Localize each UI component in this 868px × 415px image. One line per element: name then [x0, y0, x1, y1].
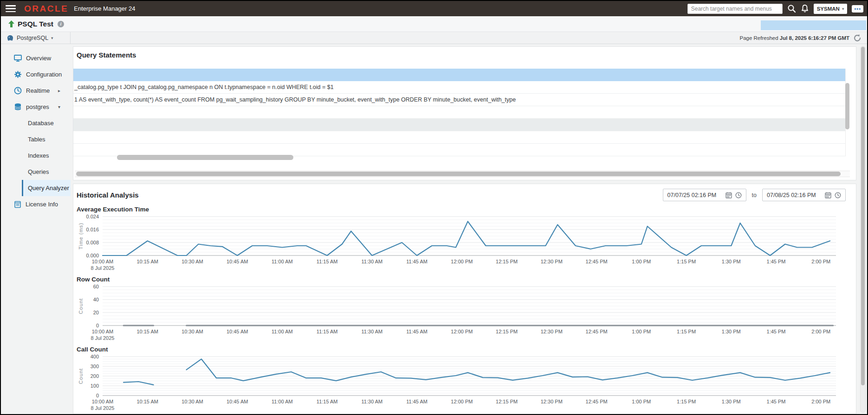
- sidebar-item-tables[interactable]: Tables: [22, 131, 71, 147]
- avg-execution-time-chart: Average Execution Time 0.0000.0080.0160.…: [73, 206, 856, 271]
- page-refreshed-time: Jul 8, 2025 6:16:27 PM GMT: [780, 35, 849, 41]
- search-icon[interactable]: [787, 4, 796, 13]
- query-row-selected[interactable]: [73, 69, 845, 81]
- svg-text:1:45 PM: 1:45 PM: [767, 399, 786, 404]
- query-row[interactable]: 1 AS event_with_type, count(*) AS event_…: [73, 94, 845, 106]
- svg-text:11:15 AM: 11:15 AM: [317, 259, 338, 264]
- svg-text:0.016: 0.016: [86, 227, 99, 232]
- svg-text:11:45 AM: 11:45 AM: [406, 399, 428, 404]
- svg-text:0.024: 0.024: [86, 214, 99, 219]
- clock-icon[interactable]: [835, 192, 841, 198]
- svg-text:200: 200: [91, 373, 99, 379]
- svg-text:1:15 PM: 1:15 PM: [677, 399, 696, 404]
- sidebar-item-label: postgres: [26, 103, 49, 110]
- sidebar-item-queries[interactable]: Queries: [22, 164, 71, 180]
- info-icon[interactable]: i: [58, 21, 64, 27]
- sidebar-item-label: License Info: [26, 201, 58, 208]
- svg-text:1:00 PM: 1:00 PM: [632, 259, 651, 264]
- page-title: PSQL Test: [18, 20, 53, 28]
- user-menu[interactable]: SYSMAN ▾: [814, 4, 848, 14]
- svg-text:8 Jul 2025: 8 Jul 2025: [91, 265, 115, 271]
- query-row[interactable]: [73, 131, 845, 144]
- query-row[interactable]: [73, 119, 845, 131]
- date-from-input[interactable]: 07/07/25 02:16 PM: [663, 189, 746, 201]
- document-icon: [14, 201, 21, 208]
- svg-text:0.008: 0.008: [86, 240, 99, 245]
- top-bar: ORACLE Enterprise Manager 24 SYSMAN ▾ ••…: [1, 1, 867, 16]
- svg-text:11:45 AM: 11:45 AM: [406, 259, 428, 264]
- clock-icon[interactable]: [735, 192, 742, 198]
- svg-text:10:45 AM: 10:45 AM: [227, 259, 248, 264]
- selection-highlight: [761, 20, 866, 30]
- target-up-status-icon: [8, 20, 14, 27]
- page-vertical-scrollbar[interactable]: [860, 46, 866, 413]
- query-row[interactable]: [73, 144, 845, 156]
- page-header: PSQL Test i: [1, 16, 867, 32]
- svg-text:10:15 AM: 10:15 AM: [136, 259, 158, 264]
- clock-icon: [14, 87, 22, 95]
- svg-text:100: 100: [91, 383, 99, 389]
- sidebar-item-realtime[interactable]: Realtime ▸: [1, 83, 71, 99]
- table-horizontal-scrollbar[interactable]: [117, 155, 293, 160]
- svg-text:10:45 AM: 10:45 AM: [227, 329, 248, 334]
- scrollbar-thumb[interactable]: [861, 47, 865, 385]
- svg-text:11:45 AM: 11:45 AM: [406, 329, 428, 334]
- sidebar-item-overview[interactable]: Overview: [1, 50, 71, 66]
- sidebar-item-label: Overview: [26, 55, 51, 62]
- search-input[interactable]: [687, 4, 783, 14]
- sidebar-item-license-info[interactable]: License Info: [1, 196, 71, 212]
- overflow-menu-icon[interactable]: •••: [852, 5, 863, 13]
- svg-text:12:30 PM: 12:30 PM: [541, 259, 563, 264]
- svg-text:12:15 PM: 12:15 PM: [496, 399, 518, 404]
- svg-text:12:30 PM: 12:30 PM: [541, 329, 563, 334]
- svg-text:11:30 AM: 11:30 AM: [362, 329, 383, 334]
- chevron-down-icon: ▾: [51, 36, 53, 40]
- sidebar-item-indexes[interactable]: Indexes: [22, 147, 71, 164]
- query-row[interactable]: [73, 106, 845, 119]
- sidebar-item-configuration[interactable]: Configuration: [1, 66, 71, 83]
- sidebar-item-label: Tables: [28, 136, 45, 143]
- svg-text:1:15 PM: 1:15 PM: [677, 329, 696, 334]
- sidebar-item-label: Realtime: [26, 87, 50, 94]
- svg-text:12:45 PM: 12:45 PM: [586, 399, 608, 404]
- notifications-bell-icon[interactable]: [801, 4, 809, 13]
- chart-title: Average Execution Time: [77, 206, 856, 213]
- table-vertical-scrollbar[interactable]: [845, 83, 849, 129]
- svg-text:0.000: 0.000: [86, 253, 99, 258]
- date-to-input[interactable]: 07/08/25 02:16 PM: [762, 189, 846, 201]
- svg-text:10:15 AM: 10:15 AM: [136, 329, 158, 334]
- row-count-plot: 0204060Count10:00 AM10:15 AM10:30 AM10:4…: [77, 284, 838, 341]
- hamburger-menu-icon[interactable]: [6, 5, 16, 12]
- chevron-down-icon: ▾: [58, 104, 60, 109]
- svg-text:Count: Count: [78, 298, 84, 314]
- svg-text:1:30 PM: 1:30 PM: [722, 329, 741, 334]
- svg-text:0: 0: [96, 323, 99, 328]
- postgresql-elephant-icon: [6, 35, 14, 41]
- sidebar-item-query-analyzer[interactable]: Query Analyzer: [22, 180, 71, 196]
- panel-horizontal-scrollbar[interactable]: [75, 171, 850, 177]
- svg-text:1:15 PM: 1:15 PM: [677, 259, 696, 264]
- svg-text:2:00 PM: 2:00 PM: [811, 259, 830, 264]
- sidebar-item-label: Configuration: [26, 71, 62, 78]
- database-icon: [14, 103, 22, 111]
- scrollbar-thumb[interactable]: [76, 172, 841, 176]
- svg-text:1:30 PM: 1:30 PM: [722, 259, 741, 264]
- svg-text:8 Jul 2025: 8 Jul 2025: [91, 405, 115, 411]
- sidebar: Overview Configuration Realtime ▸ postgr…: [1, 44, 71, 414]
- query-row[interactable]: _catalog.pg_type t JOIN pg_catalog.pg_na…: [73, 81, 845, 94]
- product-name: Enterprise Manager 24: [74, 5, 135, 12]
- svg-text:400: 400: [91, 354, 99, 359]
- sidebar-item-postgres[interactable]: postgres ▾: [1, 99, 71, 115]
- svg-text:10:30 AM: 10:30 AM: [181, 259, 203, 264]
- svg-text:11:00 AM: 11:00 AM: [272, 399, 293, 404]
- sidebar-item-database[interactable]: Database: [22, 115, 71, 131]
- date-range-to-label: to: [752, 192, 757, 198]
- sidebar-item-label: Query Analyzer: [28, 185, 69, 192]
- refresh-icon[interactable]: [853, 34, 862, 42]
- target-type-menu[interactable]: PostgreSQL ▾: [1, 32, 71, 44]
- calendar-icon[interactable]: [725, 192, 732, 198]
- main-content: Query Statements _catalog.pg_type t JOIN…: [71, 44, 867, 414]
- calendar-icon[interactable]: [825, 192, 831, 198]
- svg-text:11:00 AM: 11:00 AM: [272, 329, 293, 334]
- svg-text:12:45 PM: 12:45 PM: [586, 259, 608, 264]
